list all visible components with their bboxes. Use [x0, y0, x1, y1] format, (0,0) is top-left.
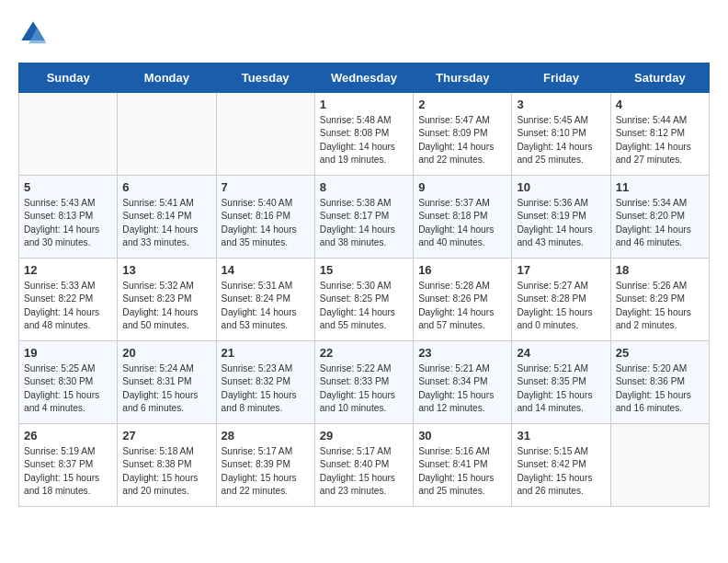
- weekday-header-saturday: Saturday: [610, 63, 709, 93]
- day-info: Sunrise: 5:37 AM Sunset: 8:18 PM Dayligh…: [418, 197, 506, 249]
- day-info: Sunrise: 5:33 AM Sunset: 8:22 PM Dayligh…: [24, 280, 112, 332]
- day-number: 19: [24, 346, 112, 360]
- day-info: Sunrise: 5:27 AM Sunset: 8:28 PM Dayligh…: [517, 280, 605, 332]
- calendar-cell: 2Sunrise: 5:47 AM Sunset: 8:09 PM Daylig…: [414, 93, 512, 176]
- day-info: Sunrise: 5:28 AM Sunset: 8:26 PM Dayligh…: [418, 280, 506, 332]
- day-number: 25: [616, 346, 704, 360]
- calendar-cell: 11Sunrise: 5:34 AM Sunset: 8:20 PM Dayli…: [610, 176, 709, 259]
- calendar-cell: 7Sunrise: 5:40 AM Sunset: 8:16 PM Daylig…: [216, 176, 314, 259]
- calendar-cell: 16Sunrise: 5:28 AM Sunset: 8:26 PM Dayli…: [414, 259, 512, 341]
- day-number: 23: [418, 346, 506, 360]
- day-info: Sunrise: 5:31 AM Sunset: 8:24 PM Dayligh…: [222, 280, 310, 332]
- day-info: Sunrise: 5:23 AM Sunset: 8:32 PM Dayligh…: [222, 362, 310, 415]
- day-number: 10: [517, 180, 605, 194]
- calendar-week-row: 1Sunrise: 5:48 AM Sunset: 8:08 PM Daylig…: [19, 93, 710, 176]
- calendar-week-row: 19Sunrise: 5:25 AM Sunset: 8:30 PM Dayli…: [19, 341, 710, 424]
- day-number: 7: [222, 180, 310, 194]
- calendar-cell: 24Sunrise: 5:21 AM Sunset: 8:35 PM Dayli…: [512, 341, 610, 424]
- calendar-cell: 26Sunrise: 5:19 AM Sunset: 8:37 PM Dayli…: [19, 424, 118, 507]
- day-number: 26: [24, 429, 112, 442]
- day-info: Sunrise: 5:34 AM Sunset: 8:20 PM Dayligh…: [616, 197, 704, 249]
- day-info: Sunrise: 5:24 AM Sunset: 8:31 PM Dayligh…: [122, 362, 210, 415]
- day-number: 16: [418, 263, 506, 277]
- day-info: Sunrise: 5:26 AM Sunset: 8:29 PM Dayligh…: [616, 280, 704, 332]
- day-info: Sunrise: 5:44 AM Sunset: 8:12 PM Dayligh…: [616, 114, 704, 167]
- calendar-cell: 3Sunrise: 5:45 AM Sunset: 8:10 PM Daylig…: [512, 93, 610, 176]
- day-number: 20: [122, 346, 210, 360]
- calendar-cell: 19Sunrise: 5:25 AM Sunset: 8:30 PM Dayli…: [19, 341, 118, 424]
- day-info: Sunrise: 5:15 AM Sunset: 8:42 PM Dayligh…: [517, 445, 605, 498]
- day-info: Sunrise: 5:43 AM Sunset: 8:13 PM Dayligh…: [24, 197, 112, 249]
- day-number: 21: [222, 346, 310, 360]
- day-info: Sunrise: 5:16 AM Sunset: 8:41 PM Dayligh…: [418, 445, 506, 498]
- calendar-cell: 8Sunrise: 5:38 AM Sunset: 8:17 PM Daylig…: [314, 176, 413, 259]
- day-info: Sunrise: 5:48 AM Sunset: 8:08 PM Dayligh…: [320, 114, 408, 167]
- calendar-cell: [610, 424, 709, 507]
- day-number: 24: [517, 346, 605, 360]
- day-number: 2: [418, 98, 506, 111]
- weekday-header-wednesday: Wednesday: [314, 63, 413, 93]
- day-info: Sunrise: 5:18 AM Sunset: 8:38 PM Dayligh…: [122, 445, 210, 498]
- day-info: Sunrise: 5:22 AM Sunset: 8:33 PM Dayligh…: [320, 362, 408, 415]
- day-number: 22: [320, 346, 408, 360]
- day-info: Sunrise: 5:21 AM Sunset: 8:35 PM Dayligh…: [517, 362, 605, 415]
- calendar-cell: 9Sunrise: 5:37 AM Sunset: 8:18 PM Daylig…: [414, 176, 512, 259]
- day-info: Sunrise: 5:30 AM Sunset: 8:25 PM Dayligh…: [320, 280, 408, 332]
- day-number: 12: [24, 263, 112, 277]
- calendar-cell: [19, 93, 118, 176]
- day-number: 8: [320, 180, 408, 194]
- calendar-table: SundayMondayTuesdayWednesdayThursdayFrid…: [18, 63, 710, 507]
- day-info: Sunrise: 5:32 AM Sunset: 8:23 PM Dayligh…: [122, 280, 210, 332]
- day-number: 18: [616, 263, 704, 277]
- day-number: 5: [24, 180, 112, 194]
- calendar-cell: 17Sunrise: 5:27 AM Sunset: 8:28 PM Dayli…: [512, 259, 610, 341]
- weekday-header-row: SundayMondayTuesdayWednesdayThursdayFrid…: [19, 63, 710, 93]
- calendar-cell: 4Sunrise: 5:44 AM Sunset: 8:12 PM Daylig…: [610, 93, 709, 176]
- calendar-cell: 14Sunrise: 5:31 AM Sunset: 8:24 PM Dayli…: [216, 259, 314, 341]
- calendar-cell: 29Sunrise: 5:17 AM Sunset: 8:40 PM Dayli…: [314, 424, 413, 507]
- calendar-cell: 12Sunrise: 5:33 AM Sunset: 8:22 PM Dayli…: [19, 259, 118, 341]
- day-number: 13: [122, 263, 210, 277]
- day-number: 31: [517, 429, 605, 442]
- day-info: Sunrise: 5:17 AM Sunset: 8:39 PM Dayligh…: [222, 445, 310, 498]
- calendar-cell: 30Sunrise: 5:16 AM Sunset: 8:41 PM Dayli…: [414, 424, 512, 507]
- weekday-header-thursday: Thursday: [414, 63, 512, 93]
- day-info: Sunrise: 5:17 AM Sunset: 8:40 PM Dayligh…: [320, 445, 408, 498]
- page-header: [18, 18, 710, 48]
- calendar-week-row: 26Sunrise: 5:19 AM Sunset: 8:37 PM Dayli…: [19, 424, 710, 507]
- weekday-header-friday: Friday: [512, 63, 610, 93]
- day-info: Sunrise: 5:25 AM Sunset: 8:30 PM Dayligh…: [24, 362, 112, 415]
- calendar-cell: 10Sunrise: 5:36 AM Sunset: 8:19 PM Dayli…: [512, 176, 610, 259]
- calendar-cell: 15Sunrise: 5:30 AM Sunset: 8:25 PM Dayli…: [314, 259, 413, 341]
- day-number: 6: [122, 180, 210, 194]
- day-number: 28: [222, 429, 310, 442]
- day-info: Sunrise: 5:38 AM Sunset: 8:17 PM Dayligh…: [320, 197, 408, 249]
- calendar-cell: 21Sunrise: 5:23 AM Sunset: 8:32 PM Dayli…: [216, 341, 314, 424]
- logo-icon: [18, 18, 48, 48]
- day-number: 30: [418, 429, 506, 442]
- day-number: 27: [122, 429, 210, 442]
- day-number: 3: [517, 98, 605, 111]
- calendar-cell: 25Sunrise: 5:20 AM Sunset: 8:36 PM Dayli…: [610, 341, 709, 424]
- day-info: Sunrise: 5:21 AM Sunset: 8:34 PM Dayligh…: [418, 362, 506, 415]
- day-info: Sunrise: 5:47 AM Sunset: 8:09 PM Dayligh…: [418, 114, 506, 167]
- logo: [18, 18, 51, 48]
- day-info: Sunrise: 5:36 AM Sunset: 8:19 PM Dayligh…: [517, 197, 605, 249]
- weekday-header-tuesday: Tuesday: [216, 63, 314, 93]
- calendar-cell: 6Sunrise: 5:41 AM Sunset: 8:14 PM Daylig…: [118, 176, 216, 259]
- calendar-week-row: 12Sunrise: 5:33 AM Sunset: 8:22 PM Dayli…: [19, 259, 710, 341]
- calendar-cell: 5Sunrise: 5:43 AM Sunset: 8:13 PM Daylig…: [19, 176, 118, 259]
- day-info: Sunrise: 5:40 AM Sunset: 8:16 PM Dayligh…: [222, 197, 310, 249]
- calendar-cell: 18Sunrise: 5:26 AM Sunset: 8:29 PM Dayli…: [610, 259, 709, 341]
- calendar-cell: 20Sunrise: 5:24 AM Sunset: 8:31 PM Dayli…: [118, 341, 216, 424]
- day-number: 1: [320, 98, 408, 111]
- calendar-week-row: 5Sunrise: 5:43 AM Sunset: 8:13 PM Daylig…: [19, 176, 710, 259]
- weekday-header-monday: Monday: [118, 63, 216, 93]
- day-info: Sunrise: 5:45 AM Sunset: 8:10 PM Dayligh…: [517, 114, 605, 167]
- day-info: Sunrise: 5:19 AM Sunset: 8:37 PM Dayligh…: [24, 445, 112, 498]
- calendar-cell: 1Sunrise: 5:48 AM Sunset: 8:08 PM Daylig…: [314, 93, 413, 176]
- day-number: 4: [616, 98, 704, 111]
- calendar-cell: 27Sunrise: 5:18 AM Sunset: 8:38 PM Dayli…: [118, 424, 216, 507]
- calendar-cell: 31Sunrise: 5:15 AM Sunset: 8:42 PM Dayli…: [512, 424, 610, 507]
- calendar-cell: 13Sunrise: 5:32 AM Sunset: 8:23 PM Dayli…: [118, 259, 216, 341]
